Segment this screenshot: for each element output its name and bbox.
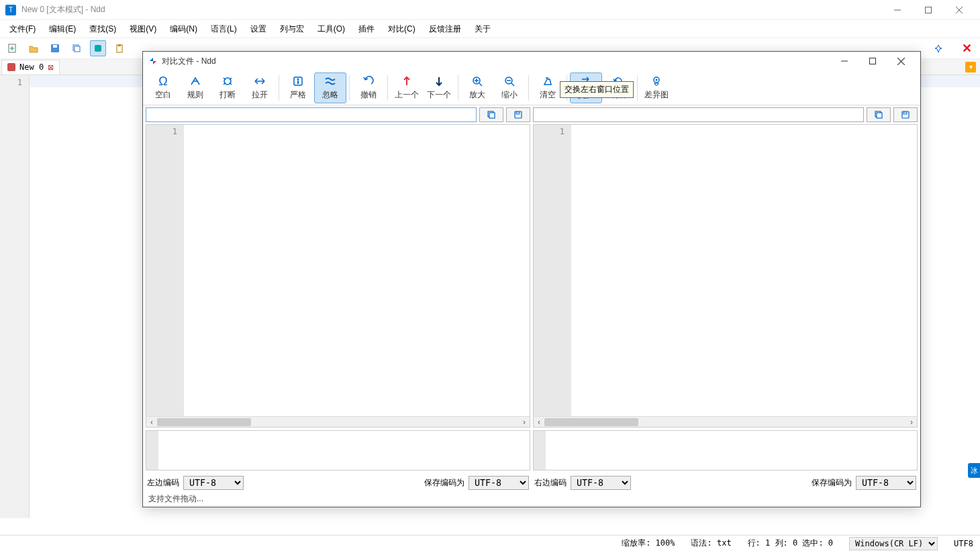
right-path-input[interactable]	[533, 107, 864, 122]
window-title: New 0 [文本模式] - Ndd	[21, 4, 882, 15]
line-gutter: 1	[0, 75, 30, 518]
pin-icon[interactable]	[930, 40, 946, 56]
tool-prev[interactable]: 上一个	[391, 72, 423, 103]
tool-next[interactable]: 下一个	[423, 72, 455, 103]
tool-break[interactable]: 打断	[211, 72, 244, 103]
break-icon	[221, 74, 234, 88]
scroll-left-icon[interactable]: ‹	[146, 417, 157, 427]
compare-toolbar: Ω空白 规则 打断 拉开 严格 忽略 撤销 上一个 下一个 放大 缩小 清空 交…	[143, 70, 920, 105]
stretch-icon	[253, 74, 266, 88]
right-hscroll[interactable]: ‹ ›	[534, 416, 917, 427]
scroll-thumb[interactable]	[157, 418, 251, 426]
line-number: 1	[146, 127, 177, 136]
separator	[387, 75, 388, 101]
tab-expand-icon[interactable]: ▾	[965, 62, 976, 72]
scroll-left-icon[interactable]: ‹	[534, 417, 544, 427]
scroll-right-icon[interactable]: ›	[519, 417, 530, 427]
menu-language[interactable]: 语言(L)	[204, 21, 244, 38]
svg-rect-13	[118, 44, 121, 46]
close-button[interactable]	[944, 0, 975, 20]
tab-new0[interactable]: New 0 ⊠	[1, 60, 60, 74]
right-diff-body[interactable]	[571, 125, 917, 416]
dialog-minimize-button[interactable]	[830, 52, 859, 70]
tab-file-icon	[7, 63, 15, 71]
float-pill[interactable]: 冰	[968, 463, 980, 478]
tool-zoomin[interactable]: 放大	[461, 72, 493, 103]
menu-view[interactable]: 视图(V)	[123, 21, 163, 38]
left-log-pane[interactable]	[146, 430, 530, 470]
menu-about[interactable]: 关于	[468, 21, 497, 38]
right-log-pane[interactable]	[533, 430, 918, 470]
dialog-maximize-button[interactable]	[859, 52, 887, 70]
svg-rect-45	[877, 113, 882, 118]
left-diff-body[interactable]	[184, 125, 530, 416]
right-save-enc-select[interactable]: UTF-8	[856, 476, 916, 490]
menu-settings[interactable]: 设置	[244, 21, 273, 38]
left-enc-select[interactable]: UTF-8	[183, 476, 244, 490]
svg-rect-41	[489, 113, 495, 118]
menu-compare[interactable]: 对比(C)	[381, 21, 422, 38]
menu-tools[interactable]: 工具(O)	[311, 21, 352, 38]
status-lang: 语法: txt	[691, 538, 731, 549]
svg-line-31	[479, 83, 482, 86]
status-eol-select[interactable]: Windows(CR LF)	[849, 537, 938, 550]
menu-feedback[interactable]: 反馈注册	[422, 21, 468, 38]
highlight-icon[interactable]	[90, 40, 106, 56]
scroll-right-icon[interactable]: ›	[906, 417, 917, 427]
tab-close-icon[interactable]: ⊠	[48, 63, 54, 72]
menu-column-macro[interactable]: 列与宏	[273, 21, 311, 38]
svg-rect-47	[903, 112, 907, 114]
zoom-in-icon	[471, 74, 484, 88]
minimize-button[interactable]	[882, 0, 913, 20]
maximize-button[interactable]	[913, 0, 944, 20]
menu-edit[interactable]: 编辑(E)	[42, 21, 83, 38]
tool-strict[interactable]: 严格	[282, 72, 314, 103]
swap-tooltip: 交换左右窗口位置	[560, 81, 634, 98]
dialog-close-button[interactable]	[887, 52, 915, 70]
clear-icon	[541, 74, 554, 88]
path-row	[143, 105, 920, 124]
svg-point-39	[656, 79, 658, 81]
tool-ignore[interactable]: 忽略	[314, 72, 346, 103]
menu-find[interactable]: 查找(S)	[83, 21, 123, 38]
menu-plugins[interactable]: 插件	[352, 21, 381, 38]
menubar: 文件(F) 编辑(E) 查找(S) 视图(V) 编码(N) 语言(L) 设置 列…	[0, 20, 980, 38]
ignore-icon	[324, 74, 337, 88]
left-gutter: 1	[146, 125, 184, 416]
menu-encoding[interactable]: 编码(N)	[163, 21, 204, 38]
left-save-enc-select[interactable]: UTF-8	[469, 476, 529, 490]
dialog-status: 支持文件拖动...	[143, 492, 920, 507]
tool-clear[interactable]: 清空	[532, 72, 564, 103]
scroll-thumb[interactable]	[544, 418, 638, 426]
right-save-button[interactable]	[893, 107, 918, 122]
dialog-title: 对比文件 - Ndd	[162, 56, 830, 67]
compare-dialog: 对比文件 - Ndd Ω空白 规则 打断 拉开 严格 忽略 撤销 上一个 下一个…	[142, 51, 921, 507]
right-enc-select[interactable]: UTF-8	[571, 476, 631, 490]
left-path-input[interactable]	[146, 107, 477, 122]
statusbar: 缩放率: 100% 语法: txt 行: 1 列: 0 选中: 0 Window…	[0, 535, 980, 551]
separator	[349, 75, 350, 101]
tool-stretch[interactable]: 拉开	[244, 72, 276, 103]
encoding-row: 左边编码 UTF-8 保存编码为 UTF-8 右边编码 UTF-8 保存编码为 …	[143, 473, 920, 492]
dialog-app-icon	[148, 56, 158, 66]
open-file-icon[interactable]	[26, 40, 42, 56]
left-browse-button[interactable]	[479, 107, 503, 122]
left-hscroll[interactable]: ‹ ›	[146, 416, 530, 427]
tool-whitespace[interactable]: Ω空白	[147, 72, 179, 103]
save-icon[interactable]	[47, 40, 63, 56]
left-save-button[interactable]	[506, 107, 530, 122]
tool-rules[interactable]: 规则	[179, 72, 211, 103]
tool-undo[interactable]: 撤销	[352, 72, 385, 103]
menu-file[interactable]: 文件(F)	[3, 21, 42, 38]
log-gutter	[146, 431, 158, 470]
paste-icon[interactable]	[111, 40, 128, 56]
tool-diffmap[interactable]: 差异图	[640, 72, 673, 103]
right-browse-button[interactable]	[867, 107, 891, 122]
right-gutter: 1	[534, 125, 571, 416]
tool-zoomout[interactable]: 缩小	[493, 72, 526, 103]
new-file-icon[interactable]	[4, 40, 20, 56]
separator	[637, 75, 638, 101]
close-doc-icon[interactable]: ✕	[962, 41, 972, 56]
tab-label: New 0	[19, 62, 44, 72]
copy-icon[interactable]	[68, 40, 85, 56]
